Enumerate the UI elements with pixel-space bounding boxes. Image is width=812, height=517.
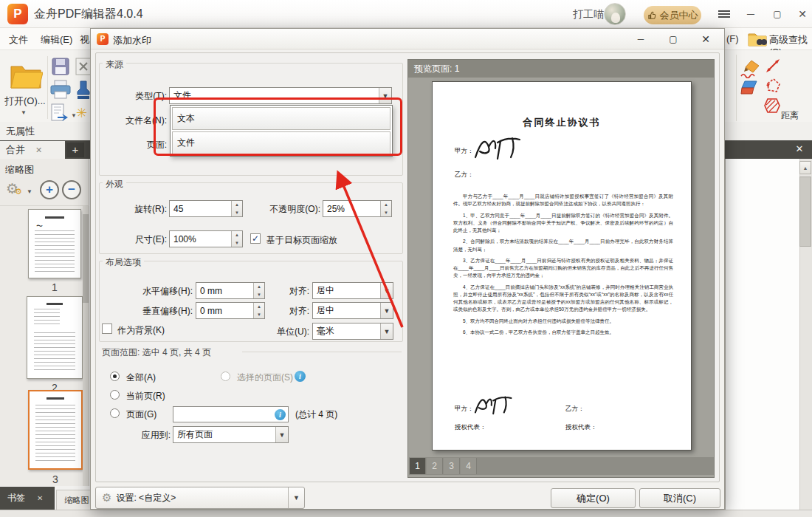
save-icon[interactable] xyxy=(52,58,69,75)
page-thumbnail-1[interactable]: 〜 xyxy=(28,209,81,278)
delete-page-icon[interactable] xyxy=(75,58,92,75)
selected-pages-label: 选择的页面(S) xyxy=(237,372,293,384)
doc-paragraph: 2、合同解除后，双方未结清款项的结算应在____年____月____日前办理完毕… xyxy=(453,238,673,253)
panel-close-icon[interactable]: ✕ xyxy=(791,142,808,157)
rotation-spinner[interactable]: 45 ▲▼ xyxy=(169,200,243,217)
current-page-label: 当前页(R) xyxy=(126,390,165,403)
menu-hamburger-icon[interactable] xyxy=(715,6,734,22)
vip-center-button[interactable]: 会员中心 xyxy=(644,6,701,24)
open-folder-icon[interactable] xyxy=(9,61,43,90)
menu-edit[interactable]: 编辑(E) xyxy=(41,33,72,47)
pages-input[interactable]: i xyxy=(173,406,289,422)
area-tool-icon[interactable] xyxy=(763,97,781,114)
pages-radio[interactable] xyxy=(110,408,120,418)
current-page-radio[interactable] xyxy=(110,390,120,400)
scale-to-target-checkbox[interactable]: ✓ xyxy=(250,233,261,244)
highlight-star-icon[interactable]: ✳ xyxy=(76,105,87,121)
page-thumbnail-3-selected[interactable] xyxy=(28,390,83,470)
size-label: 尺寸(E): xyxy=(106,233,167,246)
vip-center-label: 会员中心 xyxy=(660,9,698,22)
dropdown-option-text[interactable]: 文本 xyxy=(172,107,390,130)
zoom-in-button[interactable]: + xyxy=(40,180,59,199)
apply-to-label: 应用到: xyxy=(106,429,171,442)
info-icon[interactable]: i xyxy=(275,409,286,420)
opacity-spinner[interactable]: 25% ▲▼ xyxy=(323,200,392,217)
preview-page-tab-4[interactable]: 4 xyxy=(461,458,477,474)
window-maximize-button[interactable]: ▢ xyxy=(768,6,787,22)
v-offset-spinner[interactable]: 0 mm ▲▼ xyxy=(196,302,265,319)
spinner-arrows-icon[interactable]: ▲▼ xyxy=(253,283,264,298)
unit-combobox[interactable]: 毫米 ▼ xyxy=(312,323,393,340)
ok-button[interactable]: 确定(O) xyxy=(551,488,636,508)
window-close-button[interactable]: ✕ xyxy=(793,6,812,22)
tab-merge-document[interactable]: 合并 ✕ xyxy=(0,141,65,159)
chevron-down-icon[interactable]: ▼ xyxy=(275,427,288,442)
party-b-label: 乙方： xyxy=(455,171,474,179)
doc-scrollbar-thumb[interactable] xyxy=(799,177,811,247)
dropdown-option-file[interactable]: 文件 xyxy=(172,131,390,154)
cancel-button[interactable]: 取消(C) xyxy=(639,488,720,508)
bookmark-tab-close-icon[interactable]: ✕ xyxy=(37,494,43,502)
gear-icon[interactable]: ⚙⚙ xyxy=(6,180,18,197)
document-body: 甲方与乙方于____年____月____日就店铺特许加盟授权事宜签订了《特许经营… xyxy=(453,193,673,340)
dialog-maximize-button[interactable]: ▢ xyxy=(663,32,684,46)
menu-file[interactable]: 文件 xyxy=(9,33,28,47)
preview-page-tab-2[interactable]: 2 xyxy=(427,458,443,474)
thumbnail-scrollbar-thumb[interactable] xyxy=(83,214,89,303)
doc-paragraph: 6、本协议一式二份，甲乙双方各执壹份，自双方签字盖章之日起生效。 xyxy=(453,329,673,336)
avatar[interactable] xyxy=(604,3,626,25)
thumbnail-toolbar: ⚙⚙ ▼ + − xyxy=(0,178,89,206)
settings-preset-combobox[interactable]: ⚙ 设置: <自定义> ▼ xyxy=(95,487,305,509)
selected-pages-radio[interactable] xyxy=(221,372,230,381)
chevron-down-icon[interactable]: ▼ xyxy=(380,283,393,298)
menu-partial-f[interactable]: (F) xyxy=(726,33,739,44)
page-range-header: 页面范围: 选中 4 页, 共 4 页 xyxy=(102,346,211,359)
zoom-out-button[interactable]: − xyxy=(62,180,81,199)
tab-close-icon[interactable]: ✕ xyxy=(35,145,42,155)
chevron-down-icon[interactable]: ▼ xyxy=(379,88,391,103)
h-offset-spinner[interactable]: 0 mm ▲▼ xyxy=(196,282,265,299)
menu-view[interactable]: 视 xyxy=(80,33,89,47)
chevron-down-icon[interactable]: ▼ xyxy=(380,303,393,318)
spinner-arrows-icon[interactable]: ▲▼ xyxy=(253,303,264,318)
as-background-checkbox[interactable]: ✓ xyxy=(102,323,112,334)
align1-combobox[interactable]: 居中 ▼ xyxy=(312,282,393,299)
spinner-arrows-icon[interactable]: ▲▼ xyxy=(380,201,391,216)
dialog-minimize-button[interactable]: ─ xyxy=(630,32,651,46)
stamp-icon[interactable] xyxy=(76,80,91,100)
preview-page-tab-1[interactable]: 1 xyxy=(410,458,426,474)
window-minimize-button[interactable]: ─ xyxy=(741,6,760,22)
doc-scroll-up-icon[interactable]: ▲ xyxy=(799,161,811,174)
new-tab-button[interactable]: + xyxy=(66,143,84,157)
size-spinner[interactable]: 100% ▲▼ xyxy=(169,230,243,247)
all-pages-radio[interactable] xyxy=(110,372,120,381)
align2-value: 居中 xyxy=(313,304,380,317)
distance-tool-icon[interactable] xyxy=(765,58,781,74)
preview-page: 合同终止协议书 甲方： 乙方： 甲方与乙方于____年____月____日就店铺… xyxy=(432,81,692,451)
print-icon[interactable] xyxy=(49,80,72,100)
statusbar xyxy=(0,510,812,517)
size-value: 100% xyxy=(170,234,231,244)
dialog-close-button[interactable]: ✕ xyxy=(695,32,716,46)
app-title: 金舟PDF编辑器4.0.4 xyxy=(34,7,143,22)
align2-combobox[interactable]: 居中 ▼ xyxy=(312,302,393,319)
type-combobox[interactable]: 文件 ▼ xyxy=(169,87,392,104)
perimeter-tool-icon[interactable] xyxy=(765,78,781,94)
spinner-arrows-icon[interactable]: ▲▼ xyxy=(231,231,242,247)
distance-label[interactable]: 距离 xyxy=(781,109,799,122)
chevron-down-icon[interactable]: ▼ xyxy=(380,323,393,339)
open-button-label[interactable]: 打开(O)... xyxy=(4,95,46,108)
tab-bookmarks[interactable]: 书签 ✕ xyxy=(0,487,55,510)
chevron-down-icon[interactable]: ▼ xyxy=(288,487,304,508)
open-dropdown-arrow-icon[interactable]: ▼ xyxy=(21,109,27,116)
eraser-icon[interactable] xyxy=(740,80,759,96)
unit-value: 毫米 xyxy=(313,325,380,338)
export-icon[interactable] xyxy=(50,103,69,123)
apply-to-combobox[interactable]: 所有页面 ▼ xyxy=(173,426,289,443)
pencil-annotate-icon[interactable] xyxy=(740,59,760,78)
gear-dropdown-arrow-icon[interactable]: ▼ xyxy=(27,188,32,195)
preview-page-tab-3[interactable]: 3 xyxy=(444,458,460,474)
info-icon[interactable]: i xyxy=(295,371,306,382)
page-thumbnail-2[interactable] xyxy=(27,296,83,379)
settings-preset-value: 设置: <自定义> xyxy=(111,492,288,504)
